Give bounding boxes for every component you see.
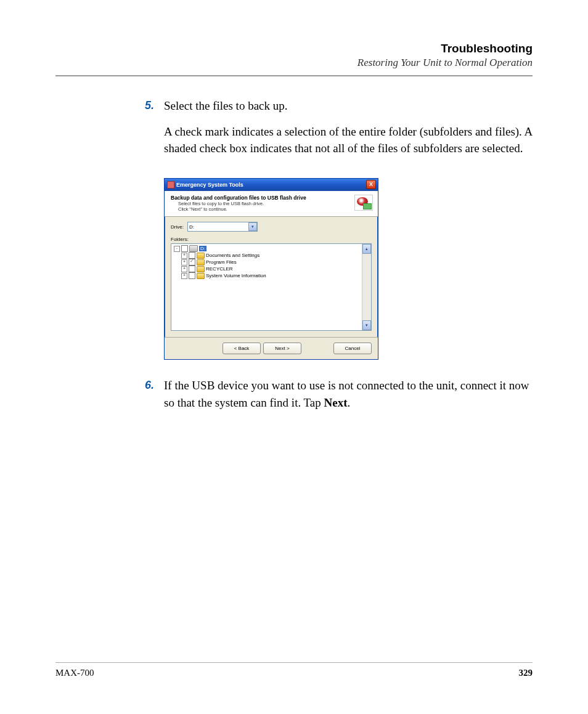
tree-row[interactable]: + Documents and Settings bbox=[174, 252, 359, 259]
tree-item-label: System Volume Information bbox=[206, 273, 266, 278]
step-6-number: 6. bbox=[129, 377, 164, 420]
close-icon[interactable]: X bbox=[366, 180, 376, 189]
footer-rule bbox=[55, 662, 533, 663]
tree-checkbox[interactable] bbox=[189, 259, 195, 266]
footer-model: MAX-700 bbox=[55, 668, 94, 678]
folder-icon bbox=[197, 259, 205, 266]
expand-icon[interactable]: + bbox=[181, 253, 187, 259]
folder-icon bbox=[197, 273, 205, 279]
tree-item-label: RECYCLER bbox=[206, 266, 233, 272]
folder-icon bbox=[197, 266, 205, 272]
dialog-header: Backup data and configuration files to U… bbox=[165, 191, 378, 217]
step-6-text: If the USB device you want to use is not… bbox=[164, 377, 533, 411]
step-5-line-1: Select the files to back up. bbox=[164, 97, 533, 115]
back-button[interactable]: < Back bbox=[223, 343, 261, 354]
tree-root-row[interactable]: - D: bbox=[174, 245, 359, 252]
page-header-title: Troubleshooting bbox=[55, 42, 533, 55]
folders-label: Folders: bbox=[171, 237, 372, 242]
expand-icon[interactable]: + bbox=[181, 273, 187, 279]
drive-icon bbox=[189, 245, 198, 252]
tree-row[interactable]: + Program Files bbox=[174, 259, 359, 266]
page-header-subtitle: Restoring Your Unit to Normal Operation bbox=[55, 57, 533, 69]
vertical-scrollbar[interactable]: ▴ ▾ bbox=[362, 244, 371, 330]
step-5-line-2: A check mark indicates a selection of th… bbox=[164, 123, 533, 157]
tree-row[interactable]: + RECYCLER bbox=[174, 266, 359, 272]
tree-checkbox[interactable] bbox=[189, 272, 195, 279]
chevron-down-icon: ▾ bbox=[248, 222, 257, 231]
tree-root-label: D: bbox=[199, 246, 206, 251]
drive-label: Drive: bbox=[171, 224, 184, 230]
dialog-footer: < Back Next > Cancel bbox=[165, 337, 378, 359]
backup-drive-icon bbox=[354, 195, 373, 211]
dialog-title: Emergency System Tools bbox=[176, 182, 243, 188]
folder-tree[interactable]: - D: + Documents and Settings + bbox=[171, 244, 362, 330]
tree-root-checkbox[interactable] bbox=[181, 245, 188, 252]
expand-icon[interactable]: + bbox=[181, 266, 187, 272]
scroll-down-icon[interactable]: ▾ bbox=[362, 320, 371, 330]
dialog-subtext-1: Select files to copy to the USB flash dr… bbox=[171, 201, 306, 207]
drive-select[interactable]: D: ▾ bbox=[187, 222, 258, 232]
tree-row[interactable]: + System Volume Information bbox=[174, 272, 359, 279]
tree-item-label: Documents and Settings bbox=[206, 253, 259, 258]
emergency-system-tools-dialog: Emergency System Tools X Backup data and… bbox=[164, 178, 378, 360]
tree-item-label: Program Files bbox=[206, 259, 237, 265]
step-5-number: 5. bbox=[129, 97, 164, 166]
expand-icon[interactable]: + bbox=[181, 259, 187, 266]
cancel-button[interactable]: Cancel bbox=[333, 343, 372, 354]
collapse-icon[interactable]: - bbox=[174, 246, 180, 252]
dialog-heading: Backup data and configuration files to U… bbox=[171, 195, 306, 201]
tree-checkbox[interactable] bbox=[189, 266, 195, 272]
next-button[interactable]: Next > bbox=[263, 343, 301, 354]
page-number: 329 bbox=[519, 668, 533, 678]
dialog-subtext-2: Click "Next" to continue. bbox=[171, 206, 306, 213]
scroll-up-icon[interactable]: ▴ bbox=[362, 244, 371, 254]
app-icon bbox=[167, 181, 174, 189]
dialog-titlebar: Emergency System Tools X bbox=[165, 179, 378, 191]
header-rule bbox=[55, 75, 533, 76]
drive-select-value: D: bbox=[189, 224, 194, 230]
folder-icon bbox=[197, 253, 205, 259]
